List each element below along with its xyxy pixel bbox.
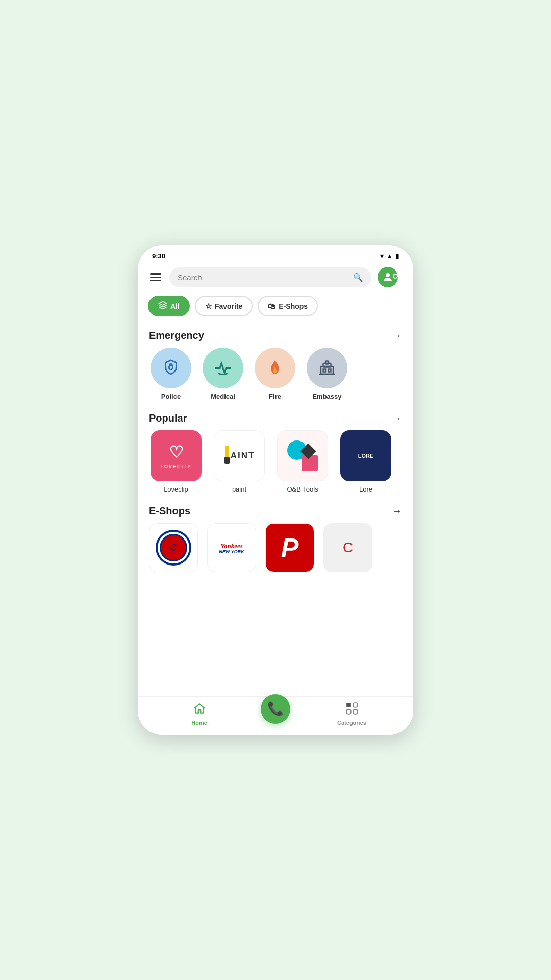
categories-icon [345, 702, 359, 718]
svg-rect-9 [224, 457, 230, 464]
layers-icon [158, 301, 167, 311]
search-bar-container[interactable]: 🔍 [169, 267, 371, 287]
eshops-header: E-Shops → [138, 502, 413, 523]
paint-label: paint [232, 485, 246, 493]
popular-header: Popular → [138, 409, 413, 430]
wifi-icon: ▾ [380, 252, 384, 260]
categories-label: Categories [337, 720, 366, 726]
phone-frame: 9:30 ▾ ▲ ▮ 🔍 All ☆ [138, 245, 413, 735]
fire-circle [255, 348, 295, 388]
phillies-icon: P [265, 523, 314, 572]
eshop-cubs[interactable]: C [148, 523, 199, 572]
home-label: Home [191, 720, 207, 726]
hamburger-menu[interactable] [148, 271, 163, 283]
nav-home[interactable]: Home [138, 702, 261, 726]
bag-icon: 🛍 [268, 302, 276, 310]
svg-rect-14 [346, 709, 351, 714]
svg-rect-13 [353, 703, 358, 707]
svg-rect-15 [353, 709, 358, 714]
tab-favorite-label: Favorite [215, 302, 242, 310]
eshop-more[interactable]: C [322, 523, 373, 572]
tab-eshops[interactable]: 🛍 E-Shops [258, 296, 318, 316]
paint-icon: AINT [214, 430, 265, 481]
content-area: Emergency → Police [138, 323, 413, 696]
popular-ob-tools[interactable]: O&B Tools [274, 430, 331, 493]
phone-icon: 📞 [267, 701, 284, 717]
ob-tools-icon [277, 430, 328, 481]
emergency-section: Emergency → Police [138, 327, 413, 400]
eshops-row: C Yankees NEW YORK [138, 523, 413, 572]
tab-eshops-label: E-Shops [279, 302, 308, 310]
time: 9:30 [152, 252, 165, 260]
avatar-container [378, 267, 403, 287]
svg-text:NEW YORK: NEW YORK [219, 550, 245, 555]
call-button[interactable]: 📞 [261, 694, 290, 724]
tab-all[interactable]: All [148, 296, 190, 316]
filter-tabs: All ☆ Favorite 🛍 E-Shops [138, 293, 413, 323]
battery-icon: ▮ [395, 252, 399, 260]
svg-rect-5 [323, 369, 326, 372]
popular-section: Popular → ♡ LOVECLIP Loveclip [138, 409, 413, 493]
eshops-arrow[interactable]: → [392, 505, 402, 517]
ob-tools-label: O&B Tools [287, 485, 318, 493]
fire-label: Fire [269, 393, 281, 400]
embassy-label: Embassy [312, 393, 341, 400]
popular-row: ♡ LOVECLIP Loveclip AINT [138, 430, 413, 493]
yankees-icon: Yankees NEW YORK [207, 523, 256, 572]
medical-circle [203, 348, 243, 388]
header: 🔍 [138, 263, 413, 293]
medical-label: Medical [211, 393, 235, 400]
bottom-nav: Home 📞 Categories [138, 696, 413, 735]
home-icon [193, 702, 206, 718]
cubs-icon: C [149, 523, 198, 572]
emergency-arrow[interactable]: → [392, 330, 402, 341]
status-bar: 9:30 ▾ ▲ ▮ [138, 245, 413, 263]
status-icons: ▾ ▲ ▮ [380, 252, 399, 260]
police-circle [151, 348, 191, 388]
search-icon: 🔍 [353, 273, 363, 282]
emergency-row: Police Medical [138, 348, 413, 400]
more-icon: C [323, 523, 372, 572]
eshop-phillies[interactable]: P [264, 523, 315, 572]
emergency-embassy[interactable]: Embassy [304, 348, 350, 400]
emergency-fire[interactable]: Fire [252, 348, 298, 400]
tab-all-label: All [170, 302, 180, 310]
police-label: Police [161, 393, 181, 400]
eshop-yankees[interactable]: Yankees NEW YORK [206, 523, 257, 572]
tab-favorite[interactable]: ☆ Favorite [195, 296, 253, 316]
popular-lore[interactable]: LORE Lore [338, 430, 394, 493]
star-icon: ☆ [205, 302, 212, 311]
embassy-circle [307, 348, 347, 388]
emergency-title: Emergency [149, 330, 204, 341]
svg-rect-12 [346, 703, 351, 707]
svg-point-1 [169, 365, 173, 370]
svg-rect-8 [225, 446, 229, 458]
loveclip-label: Loveclip [164, 485, 188, 493]
eshops-section: E-Shops → C Yankees [138, 502, 413, 572]
lore-label: Lore [359, 485, 372, 493]
nav-categories[interactable]: Categories [290, 702, 413, 726]
popular-loveclip[interactable]: ♡ LOVECLIP Loveclip [148, 430, 204, 493]
popular-title: Popular [149, 412, 187, 424]
emergency-medical[interactable]: Medical [200, 348, 246, 400]
avatar-online-dot [393, 274, 398, 279]
loveclip-icon: ♡ LOVECLIP [151, 430, 202, 481]
search-input[interactable] [178, 273, 349, 282]
emergency-header: Emergency → [138, 327, 413, 348]
emergency-police[interactable]: Police [148, 348, 194, 400]
signal-icon: ▲ [386, 252, 393, 260]
lore-icon: LORE [340, 430, 391, 481]
svg-point-0 [386, 273, 390, 277]
popular-paint[interactable]: AINT paint [211, 430, 267, 493]
svg-text:Yankees: Yankees [220, 542, 243, 550]
eshops-title: E-Shops [149, 505, 190, 517]
svg-rect-6 [329, 369, 331, 372]
svg-rect-4 [325, 361, 329, 364]
loveclip-heart-icon: ♡ [169, 443, 184, 462]
popular-arrow[interactable]: → [392, 412, 402, 424]
